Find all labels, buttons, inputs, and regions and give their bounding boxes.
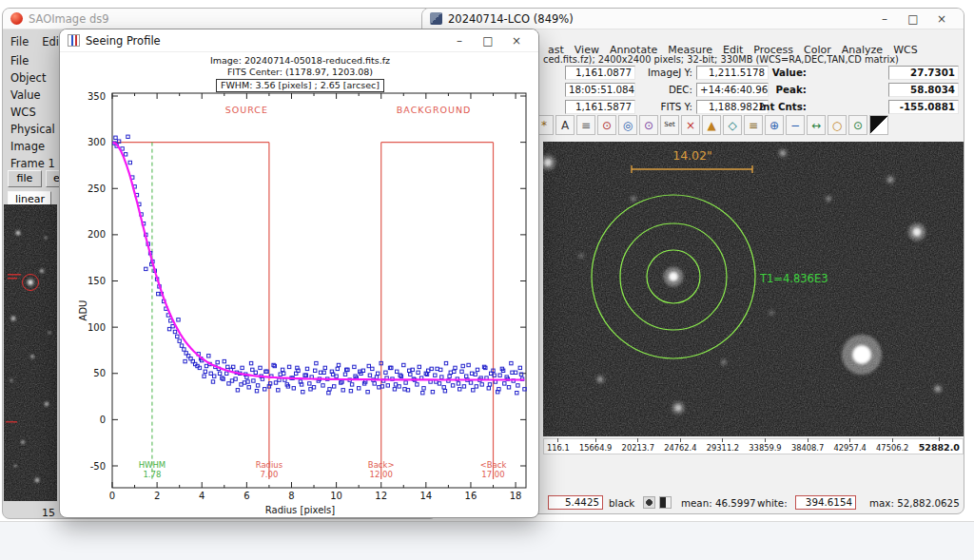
scale-tick: 47506.2	[876, 438, 908, 453]
svg-text:Back>: Back>	[368, 460, 395, 470]
value-label: Value:	[746, 66, 807, 80]
svg-text:BACKGROUND: BACKGROUND	[397, 105, 472, 115]
brightness-icon[interactable]	[643, 496, 655, 509]
aperture-icon-glyph: ⊙	[602, 120, 612, 131]
text-tool-icon-glyph: A	[561, 120, 569, 131]
delete-aperture-icon[interactable]: ×	[681, 115, 700, 135]
svg-text:0: 0	[109, 491, 115, 501]
dialog-minimize-button[interactable]: –	[445, 34, 474, 48]
svg-text:12.00: 12.00	[370, 470, 393, 479]
multi-aperture-icon[interactable]: ⊙	[639, 115, 658, 135]
scale-tick: 20213.7	[622, 438, 654, 453]
svg-text:HWHM: HWHM	[139, 460, 166, 470]
text-tool-icon[interactable]: A	[555, 115, 575, 135]
svg-text:16: 16	[465, 491, 477, 501]
astrometry-icon[interactable]: ◇	[723, 115, 742, 135]
zoom-in-icon-glyph: ⊕	[769, 120, 779, 131]
measure-label: 14.02"	[672, 148, 712, 163]
intensity-scale-strip[interactable]: 116.115664.920213.724762.429311.233859.9…	[543, 438, 964, 454]
svg-text:2: 2	[154, 491, 160, 501]
seeing-profile-title: Seeing Profile	[86, 34, 161, 48]
scale-tick: 52882.0	[919, 437, 960, 453]
lco-maximize-button[interactable]: □	[899, 12, 927, 26]
black-level-field[interactable]: 5.4425	[548, 495, 603, 510]
int-cnts-label: Int Cnts:	[746, 100, 807, 114]
plot-title-image: Image: 20240714-05018-reduced.fits.fz	[60, 55, 539, 67]
plot-title-block: Image: 20240714-05018-reduced.fits.fz FI…	[60, 55, 539, 92]
guide-icon[interactable]: ○	[828, 115, 847, 135]
lco-titlebar[interactable]: 20240714-LCO (849%) – □ ×	[422, 9, 964, 29]
scale-tick: 42957.4	[834, 438, 867, 453]
overlay-list-icon-glyph: ≡	[581, 120, 591, 131]
scale-tick: 33859.9	[749, 438, 781, 453]
table-icon-glyph: ≡	[749, 120, 758, 131]
image-info-line: ced.fits.fz); 2400x2400 pixels; 32-bit; …	[543, 54, 899, 65]
mean-value: mean: 46.5997	[681, 495, 756, 511]
delete-aperture-icon-glyph: ×	[686, 120, 695, 131]
overlay-list-icon[interactable]: ≡	[576, 115, 595, 135]
svg-text:<Back: <Back	[480, 460, 507, 470]
lco-menubar: astViewAnnotateMeasureEditProcessColorAn…	[548, 39, 928, 54]
dialog-maximize-button[interactable]: □	[474, 34, 502, 48]
ds9-window-title: SAOImage ds9	[29, 12, 109, 26]
zoom-out-icon[interactable]: −	[786, 115, 805, 135]
ds9-titlebar[interactable]: SAOImage ds9	[3, 9, 437, 29]
value-field[interactable]: 27.7301	[888, 66, 959, 80]
ds9-image-strip[interactable]	[4, 204, 57, 501]
profile-plot-icon[interactable]: ▲	[702, 115, 721, 135]
annulus-icon[interactable]: ◎	[618, 115, 637, 135]
dialog-close-button[interactable]: ×	[502, 34, 531, 48]
svg-text:300: 300	[88, 137, 106, 147]
centroid-icon-glyph: ⊙	[853, 120, 863, 131]
ds9-file-button[interactable]: file	[8, 170, 42, 187]
ds9-menu-item[interactable]: File	[10, 35, 29, 48]
scale-tick: 29311.2	[707, 438, 739, 453]
svg-text:150: 150	[88, 276, 106, 286]
centroid-icon[interactable]: ⊙	[848, 115, 867, 135]
svg-text:-50: -50	[90, 461, 106, 472]
fits-x-field[interactable]: 1,161.5877	[565, 100, 635, 114]
contrast-icon[interactable]	[659, 496, 672, 509]
zoom-out-icon-glyph: −	[790, 120, 800, 131]
scale-tick: 116.1	[547, 438, 570, 453]
dialog-window-controls: – □ ×	[445, 34, 531, 48]
image-canvas[interactable]: 14.02" T1=4.836E3	[543, 142, 964, 436]
lco-minimize-button[interactable]: –	[870, 12, 899, 26]
multi-aperture-icon-glyph: ⊙	[644, 120, 653, 131]
pan-icon[interactable]: ↔	[807, 115, 826, 135]
wand-icon-glyph: *	[541, 120, 547, 131]
table-icon[interactable]: ≡	[744, 115, 763, 135]
ra-field[interactable]: 18:05:51.084	[565, 83, 635, 97]
svg-text:0: 0	[100, 415, 106, 425]
plot-title-center: FITS Center: (1178.97, 1203.08)	[60, 67, 539, 78]
taskbar: USD/CNY +0.13% ∧	[0, 521, 974, 560]
seeing-profile-icon	[68, 34, 80, 47]
lco-window-controls: – □ ×	[870, 12, 956, 26]
set-aperture-icon[interactable]: Set	[660, 115, 679, 135]
int-cnts-field[interactable]: -155.0881	[888, 100, 959, 114]
set-aperture-icon-glyph: Set	[664, 122, 675, 128]
peak-field[interactable]: 58.8034	[888, 83, 959, 97]
svg-text:4: 4	[199, 491, 205, 501]
svg-text:8: 8	[288, 491, 294, 501]
aperture-icon[interactable]: ⊙	[597, 115, 616, 135]
astroimagej-app-icon	[430, 12, 442, 25]
imagej-x-field[interactable]: 1,161.0877	[565, 66, 635, 80]
seeing-profile-window: Seeing Profile – □ × Image: 20240714-050…	[59, 29, 539, 518]
desktop: SAOImage ds9 FileEdit FileObjectValueWCS…	[0, 0, 974, 560]
scale-tick: 15664.9	[579, 438, 612, 453]
svg-text:17.00: 17.00	[481, 470, 504, 479]
ds9-colorbar-value: 15	[42, 507, 55, 519]
white-level-field[interactable]: 394.6154	[795, 495, 856, 510]
fits-y-label: FITS Y:	[637, 100, 692, 114]
svg-text:6: 6	[244, 491, 249, 501]
lco-close-button[interactable]: ×	[927, 12, 956, 26]
svg-text:100: 100	[88, 322, 106, 333]
t1-label: T1=4.836E3	[759, 272, 828, 285]
svg-text:SOURCE: SOURCE	[225, 105, 268, 115]
svg-text:18: 18	[510, 491, 522, 501]
seeing-profile-titlebar[interactable]: Seeing Profile – □ ×	[60, 29, 538, 52]
profile-plot-icon-glyph: ▲	[707, 120, 715, 131]
contrast-swatch-icon[interactable]	[869, 115, 888, 135]
zoom-in-icon[interactable]: ⊕	[765, 115, 784, 135]
